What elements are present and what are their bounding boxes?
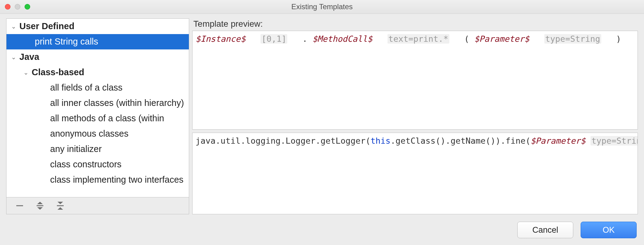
collapse-all-icon[interactable]: [56, 201, 65, 210]
var-method: $MethodCall$: [312, 34, 372, 44]
tree-item-print-string-calls[interactable]: print String calls: [6, 34, 189, 49]
minimize-icon: [15, 4, 20, 10]
code-pre: java.util.logging.Logger.getLogger(: [196, 136, 371, 146]
chevron-down-icon: ⌄: [9, 52, 18, 62]
preview-panel: Template preview: $Instance$ [0,1] . $Me…: [192, 18, 638, 214]
templates-panel: ⌄ User Defined print String calls ⌄ Java…: [6, 18, 189, 214]
code-mid: .getClass().getName()).fine(: [391, 136, 531, 146]
tree-toolbar: [6, 197, 189, 214]
tree-node-user-defined[interactable]: ⌄ User Defined: [6, 19, 189, 34]
tree-node-class-based[interactable]: ⌄ Class-based: [6, 65, 189, 80]
svg-marker-4: [58, 202, 63, 204]
tree-label: class implementing two interfaces: [49, 172, 184, 187]
dialog-buttons: Cancel OK: [517, 222, 637, 238]
text-hint: text=print.*: [388, 34, 449, 44]
tree-node-java[interactable]: ⌄ Java: [6, 49, 189, 65]
window-controls: [5, 4, 30, 10]
kw-this: this: [371, 136, 391, 146]
expand-all-icon[interactable]: [35, 201, 45, 210]
tree-label: User Defined: [18, 19, 74, 34]
tree-label: Java: [18, 49, 39, 64]
ok-button[interactable]: OK: [581, 222, 637, 238]
dot: .: [302, 34, 307, 44]
tree-label: all fields of a class: [49, 80, 122, 95]
count-hint: [0,1]: [260, 34, 287, 44]
tree-item-any-init[interactable]: any initializer: [6, 142, 189, 157]
tree-label: anonymous classes: [49, 126, 129, 141]
tree-label: print String calls: [34, 34, 98, 49]
var-param: $Parameter$: [474, 34, 529, 44]
tree-item-class-ctors[interactable]: class constructors: [6, 157, 189, 172]
close-paren: ): [616, 34, 621, 44]
template-preview-code[interactable]: $Instance$ [0,1] . $MethodCall$ text=pri…: [192, 31, 638, 130]
tree-label: all inner classes (within hierarchy): [49, 95, 184, 111]
preview-label: Template preview:: [192, 18, 638, 31]
close-icon[interactable]: [5, 4, 10, 10]
tree-item-class-impl[interactable]: class implementing two interfaces: [6, 172, 189, 188]
content: ⌄ User Defined print String calls ⌄ Java…: [6, 18, 638, 214]
open-paren: (: [464, 34, 469, 44]
remove-icon[interactable]: [15, 201, 24, 210]
type-hint: type=String: [590, 136, 638, 146]
tree-label: all methods of a class (within: [49, 111, 164, 126]
chevron-down-icon: ⌄: [21, 67, 30, 78]
replacement-code[interactable]: java.util.logging.Logger.getLogger(this.…: [192, 133, 638, 214]
var-param: $Parameter$: [531, 136, 586, 146]
var-instance: $Instance$: [196, 34, 246, 44]
tree-label: Class-based: [30, 65, 84, 80]
svg-marker-1: [37, 202, 43, 204]
tree-label: any initializer: [49, 142, 102, 157]
svg-marker-6: [58, 207, 63, 210]
type-hint: type=String: [544, 34, 601, 44]
titlebar: Existing Templates: [0, 0, 644, 14]
tree-label: class constructors: [49, 157, 121, 172]
tree-item-all-inner[interactable]: all inner classes (within hierarchy): [6, 95, 189, 111]
tree-item-all-fields[interactable]: all fields of a class: [6, 80, 189, 95]
tree-item-anon-classes[interactable]: anonymous classes: [6, 126, 189, 142]
chevron-down-icon: ⌄: [9, 21, 18, 32]
svg-marker-3: [37, 207, 43, 210]
zoom-icon[interactable]: [25, 4, 30, 10]
templates-tree[interactable]: ⌄ User Defined print String calls ⌄ Java…: [6, 18, 189, 197]
cancel-button[interactable]: Cancel: [517, 222, 573, 238]
tree-item-all-methods[interactable]: all methods of a class (within: [6, 111, 189, 126]
window-title: Existing Templates: [291, 2, 353, 11]
